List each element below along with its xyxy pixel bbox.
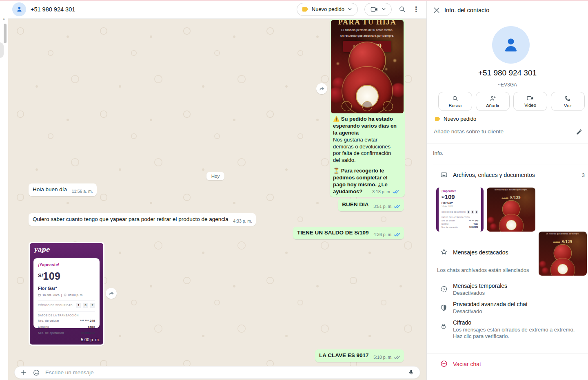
- tag-icon: [435, 117, 440, 121]
- shield-icon: [440, 304, 448, 312]
- message-in[interactable]: Quiero saber cuanto tengo que yapear par…: [29, 213, 256, 226]
- timer-icon: [440, 285, 448, 293]
- advanced-privacy-row[interactable]: Privacidad avanzada del chat: [453, 301, 528, 307]
- order-tag-row[interactable]: Nuevo pedido: [435, 116, 476, 122]
- add-contact-button[interactable]: Añadir: [476, 92, 510, 111]
- tx-row: Nro. de operación19398132: [38, 331, 95, 336]
- timer-icon: [440, 285, 448, 293]
- media-folder-icon: [440, 171, 448, 178]
- forward-button[interactable]: [106, 288, 117, 299]
- files-count[interactable]: 3: [582, 172, 585, 178]
- chat-contact-name[interactable]: +51 980 924 301: [31, 6, 75, 13]
- caption-warning: ⚠️ Su pedido ha estado esperando varios …: [333, 116, 399, 137]
- shield-icon: [440, 304, 448, 312]
- voice-record-button[interactable]: [408, 369, 415, 376]
- scroll-up-arrow[interactable]: ▲: [2, 17, 5, 20]
- contact-avatar-large[interactable]: [492, 26, 530, 64]
- thumb-yape-name: Flor Gar*: [442, 201, 478, 204]
- media-thumbnail-promo[interactable]: un recuerdo que atesorará por siempre. S…: [487, 188, 535, 232]
- message-out[interactable]: LA CLAVE ES 9017 5:10 p. m.: [315, 349, 404, 362]
- video-action-button[interactable]: Video: [513, 92, 547, 111]
- delivered-checks-icon: [394, 355, 400, 360]
- chat-menu-button[interactable]: ⋮: [413, 6, 420, 13]
- gold-badge: [383, 101, 393, 111]
- panel-contact-alias: ~EV3GA: [427, 82, 588, 88]
- media-thumbnail-yape[interactable]: ¡Yapeaste! S/109 Flor Gar* 16 abr. 2026 …: [436, 188, 484, 232]
- read-checks-icon: [393, 190, 399, 194]
- whatsapp-window: ▲ +51 980 924 301 Nuevo pedido: [0, 0, 588, 380]
- promo-image[interactable]: PARA TU HIJA El símbolo perfecto de tu a…: [331, 20, 404, 113]
- messages-area: PARA TU HIJA El símbolo perfecto de tu a…: [8, 19, 426, 380]
- temporary-messages-row[interactable]: Mensajes temporales: [453, 283, 507, 289]
- message-meta: 5:10 p. m.: [373, 354, 400, 360]
- new-order-label: Nuevo pedido: [312, 6, 344, 12]
- video-call-button[interactable]: [364, 3, 392, 16]
- promo-line1: El símbolo perfecto de tu amor eterno,: [331, 28, 404, 33]
- encryption-row[interactable]: Cifrado: [453, 319, 471, 326]
- contact-avatar[interactable]: [12, 2, 26, 16]
- scrollbar-thumb[interactable]: [4, 24, 7, 43]
- emoji-button[interactable]: [33, 369, 40, 376]
- clock-icon: [64, 294, 67, 296]
- media-folder-icon: [440, 171, 448, 178]
- security-label: CÓDIGO DE SEGURIDAD: [38, 304, 73, 307]
- client-notes-field[interactable]: Añade notas sobre tu cliente: [434, 128, 504, 135]
- starred-messages-row[interactable]: Mensajes destacados: [453, 249, 508, 256]
- action-label: Busca: [449, 103, 462, 108]
- read-checks-icon: [394, 232, 400, 237]
- edit-notes-button[interactable]: [576, 128, 583, 135]
- message-text: Hola buen día: [33, 186, 67, 192]
- message-meta: 11:56 a. m.: [72, 188, 93, 194]
- message-text: TIENE UN SALDO DE S/109: [297, 230, 369, 236]
- left-scroll-strip: ▲: [0, 0, 8, 380]
- clear-chat-button[interactable]: Vaciar chat: [453, 361, 481, 367]
- message-in-media[interactable]: yape ¡Yapeaste! S/109 Flor Gar* 16 abr. …: [29, 242, 104, 346]
- thumb-yape-title: ¡Yapeaste!: [442, 190, 478, 192]
- message-in[interactable]: Hola buen día 11:56 a. m.: [29, 183, 97, 196]
- thumb-yape-date: 16 abr. 2026: [442, 205, 478, 208]
- message-out[interactable]: TIENE UN SALDO DE S/109 4:36 p. m.: [293, 227, 404, 239]
- person-icon: [500, 34, 521, 55]
- close-panel-button[interactable]: [433, 7, 440, 14]
- message-time: 3:18 p. m.: [372, 189, 391, 195]
- message-time: 5:00 p. m.: [81, 337, 100, 342]
- search-icon: [398, 5, 406, 13]
- day-divider: Hoy: [206, 172, 224, 180]
- message-out-media[interactable]: PARA TU HIJA El símbolo perfecto de tu a…: [330, 19, 405, 197]
- forward-icon: [318, 85, 325, 92]
- thumb-promo-text: un recuerdo que atesorará por siempre.: [487, 189, 535, 191]
- pencil-icon: [576, 128, 583, 135]
- section-divider: [433, 164, 588, 164]
- mic-icon: [408, 369, 415, 376]
- yape-receipt-image[interactable]: yape ¡Yapeaste! S/109 Flor Gar* 16 abr. …: [30, 243, 103, 345]
- search-in-chat-button[interactable]: [398, 5, 406, 13]
- yape-title: ¡Yapeaste!: [38, 262, 95, 267]
- search-action-button[interactable]: Busca: [438, 92, 472, 111]
- collapsed-sidebar-tab[interactable]: [0, 42, 4, 58]
- voice-action-button[interactable]: Voz: [551, 92, 585, 111]
- thumb-promo-text: un recuerdo que atesorará por siempre.: [539, 233, 587, 235]
- temporary-messages-status: Desactivados: [453, 290, 485, 296]
- forward-button[interactable]: [316, 83, 327, 94]
- section-divider: [427, 144, 588, 144]
- caption-body: Nos gustaría evitar demoras o devolucion…: [333, 137, 399, 164]
- yape-amount-value: 109: [43, 270, 60, 282]
- tag-icon: [302, 7, 308, 12]
- person-add-icon: [489, 95, 497, 102]
- lock-icon: [440, 322, 447, 330]
- message-input[interactable]: Escribe un mensaje: [45, 369, 402, 376]
- files-section-row[interactable]: Archivos, enlaces y documentos: [453, 172, 535, 178]
- message-out[interactable]: BUEN DIA 3:51 p. m.: [338, 199, 404, 211]
- camera-icon: [370, 6, 378, 13]
- attach-button[interactable]: [20, 369, 27, 376]
- separator: |: [61, 293, 62, 297]
- new-order-button[interactable]: Nuevo pedido: [297, 3, 358, 16]
- message-text: Quiero saber cuanto tengo que yapear par…: [33, 216, 229, 222]
- panel-title: Info. del contacto: [444, 7, 489, 13]
- message-text: BUEN DIA: [342, 201, 368, 208]
- message-time: 4:33 p. m.: [233, 218, 252, 224]
- chat-column: +51 980 924 301 Nuevo pedido ⋮: [8, 0, 426, 380]
- media-thumbnail-promo[interactable]: un recuerdo que atesorará por siempre. S…: [539, 232, 587, 276]
- message-time: 5:10 p. m.: [373, 354, 393, 360]
- message-meta: 3:51 p. m.: [373, 203, 400, 209]
